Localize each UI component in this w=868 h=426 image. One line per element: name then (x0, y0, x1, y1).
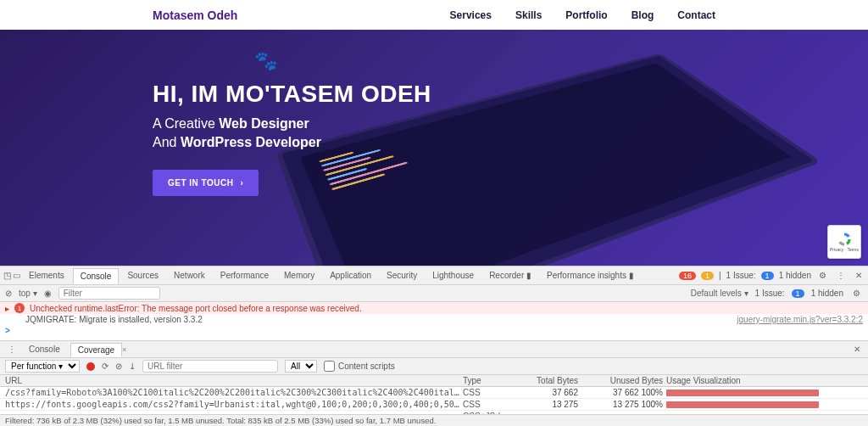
console-info-row[interactable]: JQMIGRATE: Migrate is installed, version… (0, 314, 868, 325)
site-brand[interactable]: Motasem Odeh (153, 8, 237, 22)
nav-link-blog[interactable]: Blog (632, 9, 654, 21)
device-toggle-icon[interactable]: ▭ (13, 271, 20, 280)
drawer-close-icon[interactable]: ✕ (851, 345, 863, 354)
source-link[interactable]: jquery-migrate.min.js?ver=3.3.2:2 (737, 315, 863, 324)
recaptcha-text: Privacy · Terms (830, 247, 859, 252)
kebab-menu-icon[interactable]: ⋮ (834, 271, 848, 280)
record-icon[interactable] (86, 362, 95, 371)
drawer-tabs: ⋮ Console Coverage × ✕ (0, 341, 868, 358)
chevron-right-icon: › (240, 178, 243, 188)
site-navbar: Motasem Odeh Services Skills Portfolio B… (0, 0, 868, 30)
get-in-touch-button[interactable]: GET IN TOUCH › (153, 170, 259, 196)
nav-link-contact[interactable]: Contact (677, 9, 715, 21)
recaptcha-badge[interactable]: Privacy · Terms (827, 225, 861, 259)
issue-count-badge[interactable]: 1 (761, 272, 774, 280)
tab-performance[interactable]: Performance (214, 268, 275, 283)
coverage-row[interactable]: /css?family=Roboto%3A100%2C100italic%2C2… (0, 387, 868, 399)
coverage-table-header: URL Type Total Bytes Unused Bytes Usage … (0, 375, 868, 387)
tab-application[interactable]: Application (323, 268, 378, 283)
hidden-inline-label: 1 hidden (811, 289, 843, 298)
coverage-table: URL Type Total Bytes Unused Bytes Usage … (0, 375, 868, 414)
website-viewport: Motasem Odeh Services Skills Portfolio B… (0, 0, 868, 266)
nav-link-portfolio[interactable]: Portfolio (565, 9, 607, 21)
live-expression-icon[interactable]: ◉ (44, 289, 52, 298)
devtools-tabs: ◳ ▭ Elements Console Sources Network Per… (0, 266, 868, 285)
tab-network[interactable]: Network (167, 268, 212, 283)
export-icon[interactable]: ⤓ (129, 362, 136, 371)
coverage-total: 37 662 (531, 388, 590, 397)
devtools-right-status: 16 1 | 1 Issue: 1 1 hidden ⚙ ⋮ ✕ (679, 271, 865, 280)
coverage-unused: 37 662 100% (590, 388, 666, 397)
tab-console[interactable]: Console (73, 268, 120, 284)
console-prompt-row[interactable]: > (0, 325, 868, 336)
error-message: Unchecked runtime.lastError: The message… (30, 304, 362, 313)
coverage-unused: 13 275 100% (590, 400, 666, 409)
clear-console-icon[interactable]: ⊘ (5, 289, 12, 298)
tab-memory[interactable]: Memory (277, 268, 321, 283)
clear-icon[interactable]: ⊘ (115, 362, 122, 371)
log-levels-dropdown[interactable]: Default levels ▾ (691, 289, 748, 298)
hero-subtitle: A Creative Web Designer And WordPress De… (153, 115, 431, 151)
usage-bar (666, 401, 819, 408)
nav-link-services[interactable]: Services (450, 9, 492, 21)
col-type[interactable]: Type (463, 376, 531, 385)
inspect-icon[interactable]: ◳ (3, 271, 11, 280)
tab-perf-insights[interactable]: Performance insights ▮ (540, 268, 641, 283)
reload-icon[interactable]: ⟳ (102, 362, 108, 371)
tab-sources[interactable]: Sources (120, 268, 165, 283)
paw-icon: 🐾 (254, 50, 277, 72)
drawer-menu-icon[interactable]: ⋮ (5, 345, 19, 354)
drawer-tab-coverage[interactable]: Coverage (70, 343, 122, 357)
coverage-toolbar: Per function ▾ ⟳ ⊘ ⤓ All Content scripts (0, 358, 868, 375)
coverage-granularity-select[interactable]: Per function ▾ (5, 360, 80, 373)
coverage-url: /css?family=Roboto%3A100%2C100italic%2C2… (5, 388, 463, 397)
drawer-tab-close-icon[interactable]: × (122, 345, 126, 354)
console-output: ▸ 1 Unchecked runtime.lastError: The mes… (0, 302, 868, 341)
collapse-caret-icon[interactable]: ▸ (5, 304, 9, 313)
devtools-panel: ◳ ▭ Elements Console Sources Network Per… (0, 266, 868, 426)
error-badge-icon: 1 (14, 303, 25, 313)
console-toolbar: ⊘ top ▾ ◉ Default levels ▾ 1 Issue: 1 1 … (0, 285, 868, 302)
tab-lighthouse[interactable]: Lighthouse (426, 268, 481, 283)
recaptcha-icon (837, 232, 852, 247)
coverage-type: CSS (463, 400, 531, 409)
coverage-type-filter[interactable]: All (285, 360, 317, 373)
console-settings-gear-icon[interactable]: ⚙ (850, 289, 863, 298)
tab-security[interactable]: Security (380, 268, 424, 283)
coverage-row[interactable]: https://fonts.googleapis.com/css2?family… (0, 399, 868, 411)
col-unused[interactable]: Unused Bytes (590, 376, 666, 385)
info-message: JQMIGRATE: Migrate is installed, version… (25, 315, 203, 324)
drawer-tab-console[interactable]: Console (22, 343, 67, 356)
settings-gear-icon[interactable]: ⚙ (816, 271, 829, 280)
context-selector[interactable]: top ▾ (19, 289, 37, 298)
content-scripts-toggle[interactable]: Content scripts (324, 361, 395, 372)
hero-title: HI, IM MO'TASEM ODEH (153, 81, 431, 108)
site-nav-links: Services Skills Portfolio Blog Contact (450, 9, 715, 21)
nav-link-skills[interactable]: Skills (515, 9, 542, 21)
tab-elements[interactable]: Elements (22, 268, 71, 283)
col-total[interactable]: Total Bytes (531, 376, 590, 385)
coverage-url: https://fonts.googleapis.com/css2?family… (5, 400, 463, 409)
coverage-url-filter-input[interactable] (142, 360, 278, 373)
coverage-type: CSS (463, 388, 531, 397)
hidden-label: 1 hidden (779, 271, 811, 280)
console-error-row[interactable]: ▸ 1 Unchecked runtime.lastError: The mes… (0, 302, 868, 314)
tab-recorder[interactable]: Recorder ▮ (482, 268, 538, 283)
usage-bar (666, 390, 819, 396)
warning-count-badge[interactable]: 1 (701, 272, 714, 280)
hero-section: 🐾 HI, IM MO'TASEM ODEH A Creative Web De… (0, 30, 868, 266)
coverage-total: 13 275 (531, 400, 590, 409)
error-count-badge[interactable]: 16 (679, 272, 696, 280)
devtools-close-icon[interactable]: ✕ (853, 271, 865, 280)
coverage-status-bar: Filtered: 736 kB of 2.3 MB (32%) used so… (0, 414, 868, 426)
console-filter-input[interactable] (58, 287, 160, 300)
prompt-icon: > (5, 326, 10, 335)
col-url[interactable]: URL (5, 376, 463, 385)
col-usage[interactable]: Usage Visualization (666, 376, 863, 385)
issues-inline-badge[interactable]: 1 (792, 289, 804, 298)
issues-inline-label: 1 Issue: (755, 289, 785, 298)
content-scripts-checkbox[interactable] (324, 361, 335, 372)
issues-label: 1 Issue: (726, 271, 756, 280)
